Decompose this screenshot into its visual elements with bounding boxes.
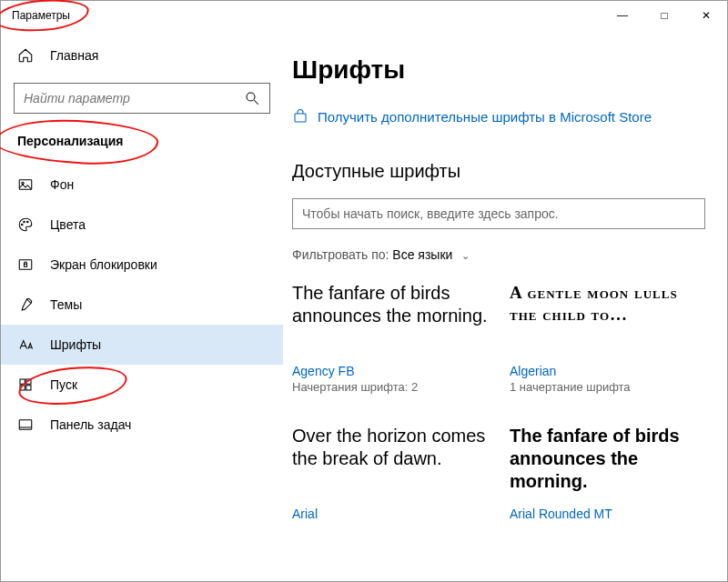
sidebar-item-start[interactable]: Пуск xyxy=(1,365,283,405)
sidebar-home[interactable]: Главная xyxy=(1,35,283,75)
brush-icon xyxy=(17,296,34,313)
search-input[interactable] xyxy=(24,91,244,105)
font-search-placeholder: Чтобы начать поиск, введите здесь запрос… xyxy=(302,206,559,221)
svg-rect-11 xyxy=(20,379,25,384)
store-link-text: Получить дополнительные шрифты в Microso… xyxy=(318,109,652,125)
svg-rect-12 xyxy=(26,379,31,384)
sidebar-section-heading: Персонализация xyxy=(1,125,283,165)
svg-point-0 xyxy=(247,93,255,101)
maximize-button[interactable]: □ xyxy=(643,1,685,30)
svg-rect-13 xyxy=(20,386,25,390)
sidebar-item-label: Цвета xyxy=(50,217,86,232)
page-title: Шрифты xyxy=(292,55,705,85)
window-title: Параметры xyxy=(12,9,70,22)
store-link[interactable]: Получить дополнительные шрифты в Microso… xyxy=(292,108,705,125)
chevron-down-icon: ⌄ xyxy=(461,250,470,262)
svg-rect-14 xyxy=(26,386,31,390)
sidebar: Главная Персонализация Фон xyxy=(1,30,283,581)
minimize-button[interactable]: — xyxy=(602,1,643,30)
sidebar-item-fonts[interactable]: Шрифты xyxy=(1,325,283,365)
font-sample: The fanfare of birds announces the morni… xyxy=(292,282,488,351)
font-tile-agency-fb[interactable]: The fanfare of birds announces the morni… xyxy=(292,282,488,394)
font-tile-arial-rounded[interactable]: The fanfare of birds announces the morni… xyxy=(510,425,705,523)
font-sample: A gentle moon lulls the child to… xyxy=(510,282,705,351)
store-icon xyxy=(292,108,308,125)
palette-icon xyxy=(17,216,34,233)
filter-label: Фильтровать по: xyxy=(292,247,389,262)
available-fonts-heading: Доступные шрифты xyxy=(292,161,705,182)
sidebar-item-themes[interactable]: Темы xyxy=(1,285,283,325)
filter-row[interactable]: Фильтровать по: Все языки ⌄ xyxy=(292,247,705,262)
main-panel: Шрифты Получить дополнительные шрифты в … xyxy=(283,30,727,581)
font-styles: 1 начертание шрифта xyxy=(510,380,705,394)
sidebar-home-label: Главная xyxy=(50,48,98,63)
window-controls: — □ ✕ xyxy=(602,1,727,30)
taskbar-icon xyxy=(17,416,34,433)
font-name: Algerian xyxy=(510,364,705,378)
svg-point-5 xyxy=(24,221,25,223)
svg-rect-15 xyxy=(19,420,32,430)
sidebar-item-lockscreen[interactable]: Экран блокировки xyxy=(1,245,283,285)
search-icon xyxy=(244,90,260,106)
font-tile-arial[interactable]: Over the horizon comes the break of dawn… xyxy=(292,425,488,523)
sidebar-item-background[interactable]: Фон xyxy=(1,165,283,205)
home-icon xyxy=(17,47,34,64)
settings-window: Параметры — □ ✕ Главная xyxy=(0,0,728,582)
sidebar-item-label: Пуск xyxy=(50,377,77,392)
svg-rect-7 xyxy=(19,260,32,270)
start-icon xyxy=(17,376,34,393)
lockscreen-icon xyxy=(17,256,34,273)
sidebar-item-taskbar[interactable]: Панель задач xyxy=(1,405,283,445)
search-box[interactable] xyxy=(14,83,270,114)
svg-rect-8 xyxy=(25,264,27,266)
filter-value: Все языки xyxy=(392,247,452,262)
sidebar-item-label: Фон xyxy=(50,177,74,192)
fonts-icon xyxy=(17,336,34,353)
svg-point-4 xyxy=(22,224,24,226)
font-tile-algerian[interactable]: A gentle moon lulls the child to… Algeri… xyxy=(510,282,705,394)
titlebar: Параметры — □ ✕ xyxy=(1,1,727,30)
sidebar-item-label: Экран блокировки xyxy=(50,257,157,272)
sidebar-item-label: Панель задач xyxy=(50,417,131,432)
sidebar-item-colors[interactable]: Цвета xyxy=(1,205,283,245)
svg-point-6 xyxy=(27,221,29,223)
font-sample: The fanfare of birds announces the morni… xyxy=(510,425,705,494)
sidebar-item-label: Темы xyxy=(50,297,82,312)
font-name: Arial Rounded MT xyxy=(510,507,705,521)
close-button[interactable]: ✕ xyxy=(685,1,727,30)
search-wrap xyxy=(1,75,283,125)
svg-rect-17 xyxy=(295,114,306,122)
content-area: Главная Персонализация Фон xyxy=(1,30,727,581)
font-name: Arial xyxy=(292,507,488,521)
font-name: Agency FB xyxy=(292,364,488,378)
font-styles: Начертания шрифта: 2 xyxy=(292,380,488,394)
svg-line-1 xyxy=(254,100,258,105)
sidebar-item-label: Шрифты xyxy=(50,337,101,352)
font-search-input[interactable]: Чтобы начать поиск, введите здесь запрос… xyxy=(292,198,705,229)
picture-icon xyxy=(17,176,34,193)
font-sample: Over the horizon comes the break of dawn… xyxy=(292,425,488,494)
font-grid: The fanfare of birds announces the morni… xyxy=(292,282,705,523)
